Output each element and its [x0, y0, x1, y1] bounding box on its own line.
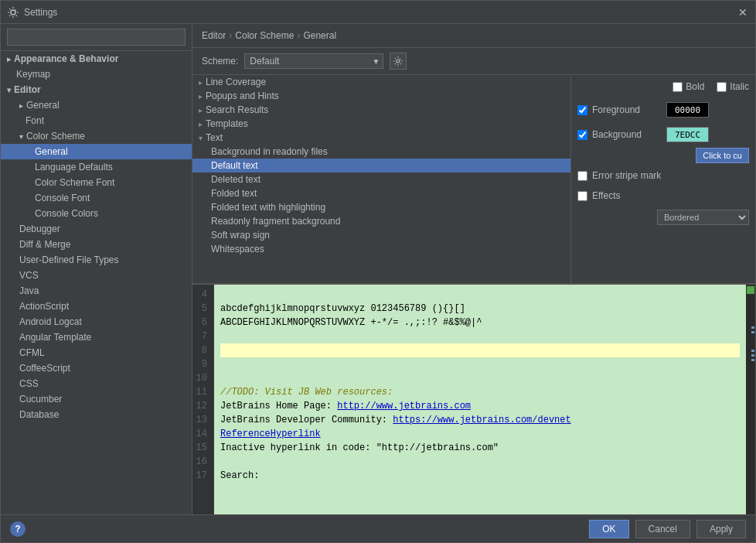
line-num-9: 9: [192, 357, 210, 371]
tree-deleted-text[interactable]: Deleted text: [192, 172, 570, 186]
scheme-select[interactable]: Default Darcula High contrast: [244, 53, 383, 69]
sidebar-item-keymap[interactable]: Keymap: [1, 67, 192, 82]
sidebar-item-cfml[interactable]: CFML: [1, 345, 192, 360]
line-num-6: 6: [192, 316, 210, 330]
foreground-checkbox[interactable]: [577, 105, 587, 115]
sidebar-item-language-defaults[interactable]: Language Defaults: [1, 159, 192, 175]
sidebar-item-java[interactable]: Java: [1, 283, 192, 299]
background-checkbox[interactable]: [577, 130, 587, 140]
sidebar-item-database[interactable]: Database: [1, 407, 192, 422]
indicator-blue-4: [751, 354, 754, 357]
background-color-value: 7EDCC: [675, 130, 700, 140]
foreground-color-value: 00000: [675, 105, 700, 115]
tree-folded-text-highlight[interactable]: Folded text with highlighting: [192, 200, 570, 214]
sidebar-item-editor[interactable]: ▾ Editor: [1, 82, 192, 97]
code-line-7: [220, 330, 740, 343]
code-area: abcdefghijklmnopqrstuvwxyz 0123456789 ()…: [214, 285, 746, 514]
help-button[interactable]: ?: [10, 521, 26, 537]
arrow-icon: ▸: [7, 55, 11, 63]
indicator-green: [747, 286, 754, 294]
arrow-icon-editor: ▾: [7, 86, 11, 94]
bold-item: Bold: [673, 81, 704, 92]
sidebar-item-color-scheme[interactable]: ▾ Color Scheme: [1, 128, 192, 144]
code-line-17: Search:: [220, 469, 740, 483]
effects-checkbox[interactable]: [577, 191, 587, 201]
title-bar: Settings ✕: [1, 1, 755, 24]
sidebar-item-css[interactable]: CSS: [1, 376, 192, 391]
tree-templates[interactable]: ▸ Templates: [192, 117, 570, 131]
breadcrumb: Editor › Color Scheme › General: [192, 24, 755, 48]
click-to-row: Click to cu: [577, 148, 749, 163]
tree-default-text[interactable]: Default text: [192, 159, 570, 172]
sidebar-item-actionscript[interactable]: ActionScript: [1, 299, 192, 314]
code-line-9: [220, 357, 740, 371]
tree-line-coverage[interactable]: ▸ Line Coverage: [192, 75, 570, 89]
error-stripe-checkbox[interactable]: [577, 171, 587, 181]
sidebar-item-debugger[interactable]: Debugger: [1, 221, 192, 237]
sidebar-item-font[interactable]: Font: [1, 113, 192, 128]
tree-popups-hints[interactable]: ▸ Popups and Hints: [192, 89, 570, 103]
breadcrumb-color-scheme: Color Scheme: [235, 30, 294, 41]
code-line-5: abcdefghijklmnopqrstuvwxyz 0123456789 ()…: [220, 302, 740, 316]
tree-whitespaces[interactable]: Whitespaces: [192, 242, 570, 256]
line-num-11: 11: [192, 385, 210, 399]
line-num-16: 16: [192, 455, 210, 469]
sidebar-item-color-scheme-general[interactable]: General: [1, 144, 192, 159]
search-box: [1, 24, 192, 51]
effects-type-row: Bordered Underscored Bold Underscored: [577, 210, 749, 225]
preview-editor: 4 5 6 7 8 9 10 11 12 13 14 15 16 17: [192, 285, 755, 514]
code-line-13: JetBrains Developer Community: https://w…: [220, 413, 740, 427]
bottom-left: ?: [10, 521, 26, 537]
line-num-8: 8: [192, 343, 210, 357]
code-line-11: //TODO: Visit JB Web resources:: [220, 385, 740, 399]
settings-icon: [7, 6, 19, 19]
line-num-10: 10: [192, 371, 210, 385]
tree-bg-readonly[interactable]: Background in readonly files: [192, 145, 570, 159]
breadcrumb-editor: Editor: [202, 30, 226, 41]
italic-label: Italic: [730, 81, 749, 92]
bold-checkbox[interactable]: [673, 82, 683, 92]
line-num-13: 13: [192, 413, 210, 427]
gear-button[interactable]: [390, 53, 407, 70]
code-line-6: ABCDEFGHIJKLMNOPQRSTUVWXYZ +-*/= .,;:!? …: [220, 316, 740, 330]
cancel-button[interactable]: Cancel: [635, 520, 690, 538]
apply-button[interactable]: Apply: [696, 520, 746, 538]
scheme-label: Scheme:: [202, 56, 238, 67]
code-line-10: [220, 371, 740, 385]
sidebar-item-vcs[interactable]: VCS: [1, 268, 192, 283]
sidebar-item-color-scheme-font[interactable]: Color Scheme Font: [1, 175, 192, 190]
tree-folded-text[interactable]: Folded text: [192, 186, 570, 200]
tree-readonly-fragment[interactable]: Readonly fragment background: [192, 214, 570, 228]
sidebar-item-user-defined-file-types[interactable]: User-Defined File Types: [1, 252, 192, 268]
tree-panel: ▸ Line Coverage ▸ Popups and Hints ▸ Sea…: [192, 75, 571, 283]
click-to-button[interactable]: Click to cu: [696, 148, 749, 163]
effects-type-select[interactable]: Bordered Underscored Bold Underscored: [657, 210, 749, 225]
search-input[interactable]: [7, 29, 186, 46]
window-title: Settings: [24, 7, 737, 18]
close-button[interactable]: ✕: [737, 6, 749, 19]
sidebar-item-angular-template[interactable]: Angular Template: [1, 330, 192, 345]
foreground-color-swatch[interactable]: 00000: [666, 102, 709, 118]
line-num-7: 7: [192, 330, 210, 343]
sidebar-item-appearance-behavior[interactable]: ▸ Appearance & Behavior: [1, 51, 192, 67]
ok-button[interactable]: OK: [589, 520, 628, 538]
code-line-8: [220, 343, 740, 357]
sidebar-item-android-logcat[interactable]: Android Logcat: [1, 314, 192, 330]
options-panel: Bold Italic Foreground 00000: [571, 75, 755, 283]
tree-text[interactable]: ▾ Text: [192, 131, 570, 145]
sidebar-item-cucumber[interactable]: Cucumber: [1, 391, 192, 407]
background-color-swatch[interactable]: 7EDCC: [666, 127, 709, 142]
breadcrumb-sep-2: ›: [297, 30, 300, 41]
sidebar-item-console-font[interactable]: Console Font: [1, 190, 192, 206]
background-row: Background 7EDCC: [577, 125, 749, 145]
arrow-icon-tmpl: ▸: [199, 120, 203, 128]
italic-checkbox[interactable]: [717, 82, 727, 92]
right-indicator: [746, 285, 755, 514]
sidebar-item-diff-merge[interactable]: Diff & Merge: [1, 237, 192, 252]
sidebar-item-coffeescript[interactable]: CoffeeScript: [1, 360, 192, 376]
tree-soft-wrap[interactable]: Soft wrap sign: [192, 228, 570, 242]
line-num-15: 15: [192, 441, 210, 455]
sidebar-item-general[interactable]: ▸ General: [1, 97, 192, 113]
tree-search-results[interactable]: ▸ Search Results: [192, 103, 570, 117]
sidebar-item-console-colors[interactable]: Console Colors: [1, 206, 192, 221]
